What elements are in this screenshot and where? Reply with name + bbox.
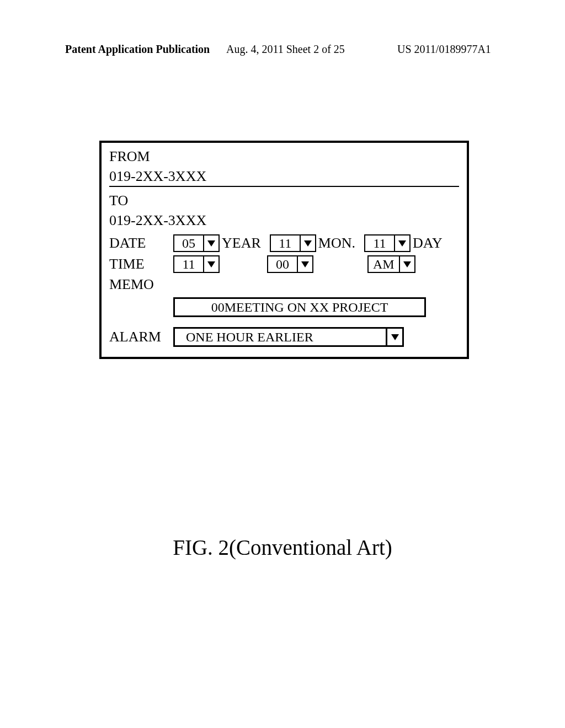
chevron-down-icon <box>204 235 218 251</box>
form-panel: FROM 019-2XX-3XXX TO 019-2XX-3XXX DATE 0… <box>99 141 469 359</box>
chevron-down-icon <box>395 235 409 251</box>
chevron-down-icon <box>400 256 414 272</box>
hour-dropdown[interactable]: 11 <box>173 255 220 273</box>
ampm-value: AM <box>369 256 400 272</box>
day-dropdown[interactable]: 11 <box>364 234 411 252</box>
chevron-down-icon <box>386 329 402 345</box>
alarm-row: ALARM ONE HOUR EARLIER <box>109 327 459 347</box>
date-row: DATE 05 YEAR 11 MON. 11 DAY <box>109 234 459 252</box>
minute-dropdown[interactable]: 00 <box>267 255 313 273</box>
to-label: TO <box>109 192 128 209</box>
figure-caption: FIG. 2(Conventional Art) <box>0 535 565 560</box>
hour-value: 11 <box>174 256 204 272</box>
year-dropdown[interactable]: 05 <box>173 234 220 252</box>
to-value: 019-2XX-3XXX <box>109 212 459 229</box>
header-center: Aug. 4, 2011 Sheet 2 of 25 <box>226 43 345 56</box>
header-left: Patent Application Publication <box>65 43 210 56</box>
alarm-label: ALARM <box>109 329 173 345</box>
month-unit: MON. <box>317 235 356 251</box>
alarm-value: ONE HOUR EARLIER <box>175 330 386 345</box>
time-controls: 11 00 AM <box>173 255 415 273</box>
memo-label: MEMO <box>109 276 173 293</box>
from-label: FROM <box>109 148 150 165</box>
header-right: US 2011/0189977A1 <box>397 43 491 56</box>
date-label: DATE <box>109 235 173 251</box>
year-value: 05 <box>174 235 204 251</box>
memo-input[interactable]: 00MEETING ON XX PROJECT <box>173 297 426 317</box>
time-label: TIME <box>109 256 173 272</box>
month-dropdown[interactable]: 11 <box>270 234 316 252</box>
alarm-dropdown[interactable]: ONE HOUR EARLIER <box>173 327 404 347</box>
date-controls: 05 YEAR 11 MON. 11 DAY <box>173 234 444 252</box>
memo-label-row: MEMO <box>109 276 459 293</box>
alarm-wrap: ONE HOUR EARLIER <box>173 327 459 347</box>
ampm-dropdown[interactable]: AM <box>367 255 415 273</box>
minute-value: 00 <box>268 256 298 272</box>
time-row: TIME 11 00 AM <box>109 255 459 273</box>
chevron-down-icon <box>301 235 315 251</box>
day-value: 11 <box>365 235 395 251</box>
chevron-down-icon <box>298 256 312 272</box>
from-value: 019-2XX-3XXX <box>109 168 459 185</box>
divider <box>109 186 459 187</box>
year-unit: YEAR <box>221 235 262 251</box>
from-label-row: FROM <box>109 148 459 165</box>
month-value: 11 <box>271 235 301 251</box>
day-unit: DAY <box>412 235 444 251</box>
memo-value: 00MEETING ON XX PROJECT <box>211 300 388 315</box>
to-label-row: TO <box>109 192 459 209</box>
chevron-down-icon <box>204 256 218 272</box>
